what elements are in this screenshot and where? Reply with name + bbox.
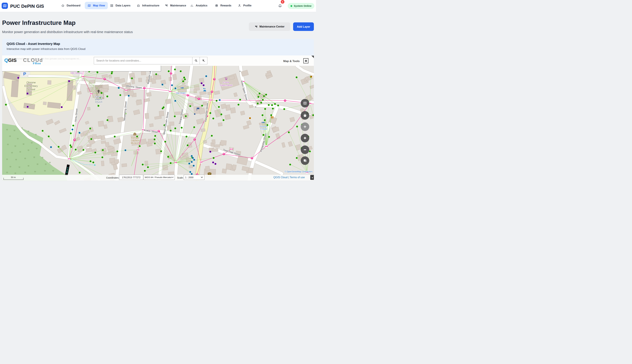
svg-text:© OpenStreetMap contributors: © OpenStreetMap contributors xyxy=(284,170,312,173)
svg-text:Elementary: Elementary xyxy=(24,84,38,88)
svg-text:ABC Bakery: ABC Bakery xyxy=(70,72,82,74)
svg-text:Ohmine: Ohmine xyxy=(26,81,36,84)
svg-text:Joy Hotel: Joy Hotel xyxy=(176,92,186,94)
svg-text:Yvonne: Yvonne xyxy=(260,125,267,128)
svg-text:Baptist: Baptist xyxy=(95,98,102,100)
svg-text:Church: Church xyxy=(95,101,102,103)
svg-text:Lidorkini: Lidorkini xyxy=(131,139,139,142)
svg-text:Supermarket: Supermarket xyxy=(220,84,232,86)
svg-text:A-One: A-One xyxy=(223,81,229,84)
svg-text:Calvary: Calvary xyxy=(95,96,102,98)
svg-text:Museum: Museum xyxy=(131,142,140,144)
svg-text:P: P xyxy=(23,72,26,76)
svg-text:50 m: 50 m xyxy=(11,176,16,178)
svg-text:School: School xyxy=(27,88,35,91)
svg-text:´s Hotel: ´s Hotel xyxy=(260,128,267,130)
svg-text:Pohnpei: Pohnpei xyxy=(131,136,139,139)
